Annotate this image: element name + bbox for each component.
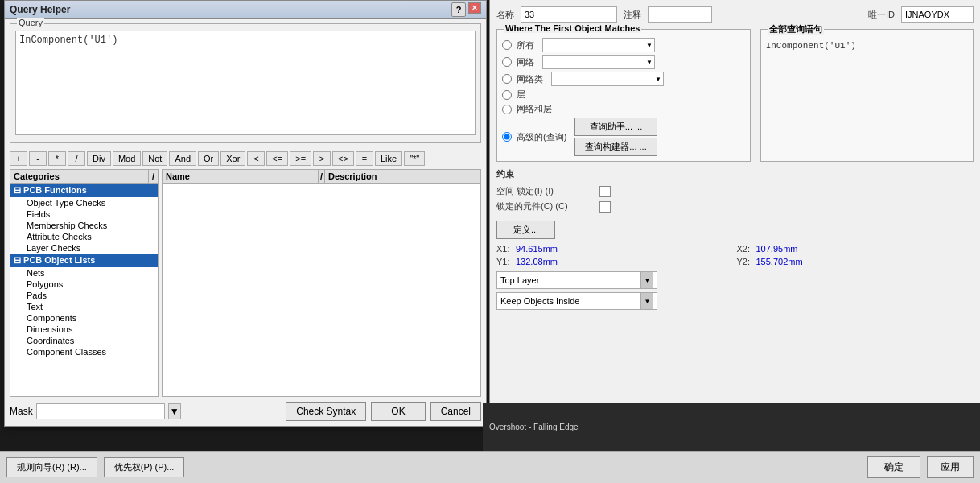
radio-net[interactable] <box>502 57 512 67</box>
op-wildcard[interactable]: "*" <box>404 151 425 166</box>
locked-component-label: 锁定的元件(C) (C) <box>496 200 593 213</box>
tree-group-pcb-object-lists[interactable]: ⊟ PCB Object Lists <box>10 254 158 267</box>
cat-slash-header: / <box>149 170 158 183</box>
tree-item-membership-checks[interactable]: Membership Checks <box>10 220 158 231</box>
locked-component-checkbox[interactable] <box>599 201 611 213</box>
tree-item-nets[interactable]: Nets <box>10 267 158 279</box>
radio-advanced[interactable] <box>502 132 512 142</box>
mask-input[interactable] <box>36 403 165 419</box>
right-panel: 名称 注释 唯一ID Where The First Object Matche… <box>489 0 980 427</box>
lower-area: Categories / ⊟ PCB Functions Object Type… <box>10 169 481 397</box>
tree-item-object-type-checks[interactable]: Object Type Checks <box>10 197 158 208</box>
ok-button[interactable]: OK <box>371 402 425 421</box>
categories-panel: Categories / ⊟ PCB Functions Object Type… <box>10 169 159 397</box>
op-xor[interactable]: Xor <box>220 151 245 166</box>
tree-item-layer-checks[interactable]: Layer Checks <box>10 242 158 254</box>
coords-grid: X1: 94.615mm X2: 107.95mm Y1: 132.08mm Y… <box>496 244 974 266</box>
name-input[interactable] <box>521 6 617 23</box>
tree-item-coordinates[interactable]: Coordinates <box>10 335 158 346</box>
mask-dropdown[interactable]: ▼ <box>168 403 181 419</box>
cancel-button[interactable]: Cancel <box>430 402 481 421</box>
query-builder-button[interactable]: 查询构建器... ... <box>574 138 657 156</box>
tree-item-polygons[interactable]: Polygons <box>10 279 158 290</box>
op-or[interactable]: Or <box>198 151 219 166</box>
op-div[interactable]: Div <box>87 151 111 166</box>
tree-group-pcb-functions[interactable]: ⊟ PCB Functions <box>10 184 158 197</box>
apply-button[interactable]: 应用 <box>927 456 974 478</box>
action-buttons: Check Syntax OK Cancel <box>286 402 481 421</box>
radio-all[interactable] <box>502 40 512 50</box>
radio-row-netclass: 网络类 ▼ <box>502 72 745 86</box>
y1-label: Y1: <box>496 257 513 266</box>
tree-item-attribute-checks[interactable]: Attribute Checks <box>10 231 158 242</box>
x2-label: X2: <box>737 244 753 254</box>
mask-label: Mask <box>10 406 33 417</box>
taskbar-right: 确定 应用 <box>867 456 974 478</box>
name-desc-panel: Name / Description <box>162 169 481 397</box>
layer-dropdown-arrow: ▼ <box>640 272 653 288</box>
radio-netclass-label: 网络类 <box>517 73 543 85</box>
radio-netclass[interactable] <box>502 74 512 84</box>
dropdown-all[interactable]: ▼ <box>542 38 655 52</box>
op-ne[interactable]: <> <box>332 151 354 166</box>
y1-coord: Y1: 132.08mm <box>496 257 734 266</box>
radio-row-net: 网络 ▼ <box>502 55 745 69</box>
dropdown-net[interactable]: ▼ <box>542 55 655 69</box>
radio-layer-label: 层 <box>517 89 525 101</box>
check-syntax-button[interactable]: Check Syntax <box>286 402 366 421</box>
define-button[interactable]: 定义... <box>496 221 555 239</box>
op-lte[interactable]: <= <box>266 151 288 166</box>
tree-item-pads[interactable]: Pads <box>10 290 158 301</box>
y2-value: 155.702mm <box>756 257 803 266</box>
op-mod[interactable]: Mod <box>113 151 141 166</box>
right-columns: Where The First Object Matches 所有 ▼ 网络 ▼ <box>496 29 974 162</box>
radio-row-layer: 层 <box>502 89 745 101</box>
chevron-down-icon-net: ▼ <box>646 59 653 66</box>
chevron-down-icon-layer: ▼ <box>644 277 651 284</box>
close-button[interactable]: ✕ <box>468 2 481 14</box>
op-multiply[interactable]: * <box>48 151 66 166</box>
help-button[interactable]: ? <box>451 2 466 17</box>
radio-layer[interactable] <box>502 90 512 100</box>
taskbar: 规则向导(R) (R)... 优先权(P) (P)... 确定 应用 <box>0 451 980 483</box>
rule-wizard-button[interactable]: 规则向导(R) (R)... <box>6 457 97 477</box>
tree-item-dimensions[interactable]: Dimensions <box>10 324 158 335</box>
radio-netandlayer[interactable] <box>502 105 512 114</box>
layer-dropdown-container: Top Layer ▼ <box>496 271 974 289</box>
confirm-button[interactable]: 确定 <box>867 456 920 478</box>
tree-item-text[interactable]: Text <box>10 301 158 312</box>
tree-item-fields[interactable]: Fields <box>10 208 158 220</box>
op-eq[interactable]: = <box>356 151 373 166</box>
op-divide[interactable]: / <box>68 151 85 166</box>
comment-input[interactable] <box>648 6 712 23</box>
query-textarea[interactable]: InComponent('U1') <box>15 31 476 135</box>
op-and[interactable]: And <box>169 151 196 166</box>
query-helper-button[interactable]: 查询助手... ... <box>574 118 657 136</box>
op-gte[interactable]: >= <box>290 151 311 166</box>
top-layer-dropdown[interactable]: Top Layer ▼ <box>496 271 657 289</box>
waveform-label-1: Overshoot - Falling Edge <box>483 421 585 433</box>
op-like[interactable]: Like <box>375 151 402 166</box>
uid-input[interactable] <box>901 6 974 23</box>
nd-name-col: Name <box>163 170 319 183</box>
dialog-title: Query Helper <box>10 4 70 15</box>
priorities-button[interactable]: 优先权(P) (P)... <box>104 457 185 477</box>
op-lt[interactable]: < <box>247 151 265 166</box>
tree-item-component-classes[interactable]: Component Classes <box>10 346 158 357</box>
radio-row-advanced: 高级的(查询) 查询助手... ... 查询构建器... ... <box>502 118 745 156</box>
op-minus[interactable]: - <box>29 151 47 166</box>
taskbar-left: 规则向导(R) (R)... 优先权(P) (P)... <box>6 457 184 477</box>
space-locked-label: 空间 锁定(I) (I) <box>496 185 593 197</box>
tree-item-components[interactable]: Components <box>10 312 158 324</box>
op-plus[interactable]: + <box>10 151 27 166</box>
categories-header: Categories / <box>10 170 158 184</box>
x2-coord: X2: 107.95mm <box>737 244 974 254</box>
space-locked-checkbox[interactable] <box>599 186 611 197</box>
bottom-bar: Mask ▼ Check Syntax OK Cancel <box>10 402 481 421</box>
keep-objects-dropdown[interactable]: Keep Objects Inside ▼ <box>496 292 657 310</box>
op-gt[interactable]: > <box>313 151 331 166</box>
op-not[interactable]: Not <box>142 151 167 166</box>
dropdown-netclass[interactable]: ▼ <box>551 72 664 86</box>
x1-label: X1: <box>496 244 513 254</box>
nd-slash: / <box>319 170 325 183</box>
